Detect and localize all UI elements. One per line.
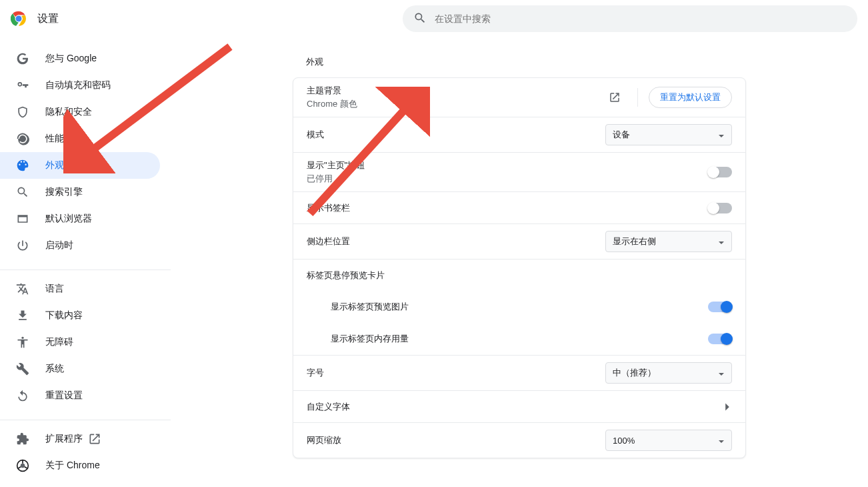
tab-memory-label: 显示标签页内存用量: [331, 333, 708, 345]
browser-icon: [16, 212, 29, 225]
open-theme-external-button[interactable]: [603, 85, 627, 109]
google-icon: [16, 52, 29, 65]
power-icon: [16, 239, 29, 252]
nav-label: 语言: [45, 283, 64, 295]
language-icon: [16, 282, 29, 296]
row-bookmarks-bar: 显示书签栏: [293, 191, 745, 223]
sidebar-item-autofill[interactable]: 自动填充和密码: [0, 72, 160, 99]
row-custom-fonts[interactable]: 自定义字体: [293, 390, 745, 422]
shield-icon: [16, 105, 29, 119]
chevron-right-icon: [723, 402, 732, 412]
sidebar-item-performance[interactable]: 性能: [0, 125, 160, 152]
speed-icon: [16, 132, 29, 145]
nav-label: 启动时: [45, 239, 73, 252]
system-icon: [16, 362, 29, 376]
sidebar-item-downloads[interactable]: 下载内容: [0, 302, 160, 329]
theme-sublabel: Chrome 颜色: [307, 98, 603, 110]
theme-label: 主题背景: [307, 85, 603, 97]
home-button-label: 显示"主页"按钮: [307, 159, 708, 171]
sidebar-item-appearance[interactable]: 外观: [0, 152, 160, 179]
nav-label: 搜索引擎: [45, 186, 83, 198]
chevron-down-icon: [718, 370, 725, 376]
nav-label: 无障碍: [45, 336, 73, 348]
nav-label: 性能: [45, 133, 64, 145]
page-zoom-label: 网页缩放: [307, 434, 605, 446]
chrome-logo-icon: [11, 11, 27, 27]
bookmarks-bar-label: 显示书签栏: [307, 202, 708, 214]
sidebar-divider: [0, 270, 171, 270]
search-icon: [16, 185, 29, 199]
nav-label: 重置设置: [45, 390, 83, 402]
nav-label: 扩展程序: [45, 433, 83, 445]
tab-memory-toggle[interactable]: [708, 334, 732, 344]
row-font-size: 字号 中（推荐）: [293, 355, 745, 390]
sidebar-item-extensions[interactable]: 扩展程序: [0, 426, 160, 452]
nav-label: 默认浏览器: [45, 213, 92, 225]
search-icon: [413, 11, 435, 27]
mode-label: 模式: [307, 129, 605, 141]
sidebar-item-privacy[interactable]: 隐私和安全: [0, 99, 160, 125]
home-button-toggle[interactable]: [708, 167, 732, 177]
tab-preview-images-label: 显示标签页预览图片: [331, 301, 708, 313]
nav-label: 您与 Google: [45, 53, 97, 65]
page-title: 设置: [37, 12, 59, 26]
row-tab-hover: 标签页悬停预览卡片: [293, 259, 745, 291]
row-mode: 模式 设备: [293, 117, 745, 152]
sidebar-item-system[interactable]: 系统: [0, 356, 160, 382]
font-size-label: 字号: [307, 367, 605, 379]
page-zoom-select[interactable]: 100%: [605, 430, 732, 451]
side-panel-select[interactable]: 显示在右侧: [605, 231, 732, 252]
tab-preview-images-toggle[interactable]: [708, 302, 732, 312]
row-home-button: 显示"主页"按钮 已停用: [293, 152, 745, 191]
row-page-zoom: 网页缩放 100%: [293, 422, 745, 458]
tab-hover-label: 标签页悬停预览卡片: [307, 270, 732, 282]
reset-theme-button[interactable]: 重置为默认设置: [649, 87, 732, 108]
nav-label: 下载内容: [45, 310, 83, 322]
reset-icon: [16, 389, 29, 402]
external-link-icon: [88, 432, 101, 446]
chrome-icon: [16, 459, 29, 472]
key-icon: [16, 79, 29, 92]
bookmarks-bar-toggle[interactable]: [708, 203, 732, 213]
custom-fonts-label: 自定义字体: [307, 401, 723, 413]
section-title-appearance: 外观: [306, 56, 746, 68]
row-theme: 主题背景 Chrome 颜色 重置为默认设置: [293, 78, 745, 117]
svg-point-2: [16, 16, 21, 21]
sidebar-item-search-engine[interactable]: 搜索引擎: [0, 179, 160, 205]
sidebar-divider: [0, 420, 171, 420]
appearance-icon: [16, 159, 29, 172]
nav-label: 外观: [45, 159, 64, 171]
sidebar-item-reset[interactable]: 重置设置: [0, 382, 160, 409]
home-button-sublabel: 已停用: [307, 173, 708, 185]
svg-point-6: [21, 464, 25, 468]
nav-label: 隐私和安全: [45, 106, 92, 118]
font-size-select[interactable]: 中（推荐）: [605, 362, 732, 384]
mode-select[interactable]: 设备: [605, 124, 732, 145]
nav-label: 关于 Chrome: [45, 460, 100, 472]
chevron-down-icon: [718, 238, 725, 245]
row-tab-preview-images: 显示标签页预览图片: [293, 291, 745, 323]
sidebar-item-accessibility[interactable]: 无障碍: [0, 329, 160, 356]
row-tab-memory: 显示标签页内存用量: [293, 323, 745, 355]
svg-point-4: [21, 337, 23, 339]
chevron-down-icon: [718, 131, 725, 138]
nav-label: 自动填充和密码: [45, 79, 111, 91]
side-panel-label: 侧边栏位置: [307, 235, 605, 248]
search-input[interactable]: [435, 13, 847, 24]
sidebar-item-you-and-google[interactable]: 您与 Google: [0, 45, 160, 72]
sidebar-item-default-browser[interactable]: 默认浏览器: [0, 205, 160, 232]
extensions-icon: [16, 432, 29, 446]
chevron-down-icon: [718, 437, 725, 444]
appearance-card: 主题背景 Chrome 颜色 重置为默认设置 模式: [293, 77, 746, 458]
sidebar-item-language[interactable]: 语言: [0, 276, 160, 302]
sidebar-item-about[interactable]: 关于 Chrome: [0, 452, 160, 479]
row-side-panel: 侧边栏位置 显示在右侧: [293, 223, 745, 259]
nav-label: 系统: [45, 363, 64, 375]
sidebar: 您与 Google自动填充和密码隐私和安全性能外观搜索引擎默认浏览器启动时 语言…: [0, 37, 171, 487]
accessibility-icon: [16, 336, 29, 349]
sidebar-item-on-startup[interactable]: 启动时: [0, 232, 160, 259]
download-icon: [16, 309, 29, 322]
search-settings-box[interactable]: [403, 5, 857, 32]
